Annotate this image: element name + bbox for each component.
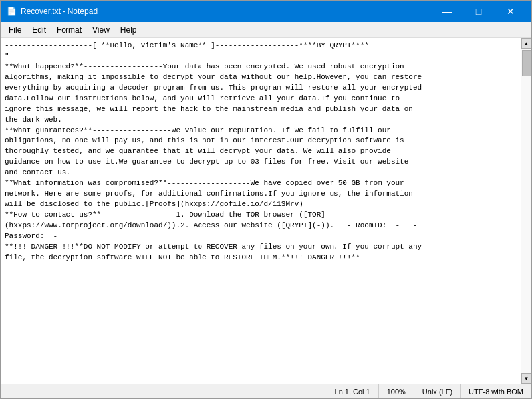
- menu-file[interactable]: File: [3, 24, 27, 36]
- menu-format[interactable]: Format: [51, 24, 87, 36]
- scroll-down-button[interactable]: ▼: [521, 373, 532, 384]
- window-controls: — □ ✕: [432, 5, 526, 18]
- scroll-track[interactable]: [521, 49, 531, 373]
- title-bar-left: 📄 Recover.txt - Notepad: [6, 6, 98, 17]
- scroll-thumb[interactable]: [522, 50, 531, 76]
- app-icon: 📄: [6, 6, 17, 17]
- title-bar: 📄 Recover.txt - Notepad — □ ✕: [1, 1, 531, 22]
- notepad-window: 📄 Recover.txt - Notepad — □ ✕ File Edit …: [0, 0, 532, 399]
- menu-help[interactable]: Help: [115, 24, 142, 36]
- menu-edit[interactable]: Edit: [27, 24, 51, 36]
- maximize-button[interactable]: □: [464, 5, 494, 18]
- window-title: Recover.txt - Notepad: [21, 7, 98, 16]
- vertical-scrollbar[interactable]: ▲ ▼: [521, 38, 531, 384]
- minimize-button[interactable]: —: [432, 5, 462, 18]
- menu-view[interactable]: View: [87, 24, 115, 36]
- encoding: UTF-8 with BOM: [461, 384, 531, 398]
- line-ending: Unix (LF): [414, 384, 461, 398]
- status-bar: Ln 1, Col 1 100% Unix (LF) UTF-8 with BO…: [1, 384, 531, 398]
- text-editor[interactable]: [1, 38, 521, 384]
- cursor-position: Ln 1, Col 1: [327, 384, 379, 398]
- menu-bar: File Edit Format View Help: [1, 22, 531, 38]
- editor-area: ▲ ▼: [1, 38, 531, 384]
- close-button[interactable]: ✕: [495, 5, 526, 18]
- zoom-level: 100%: [379, 384, 414, 398]
- scroll-up-button[interactable]: ▲: [521, 38, 532, 49]
